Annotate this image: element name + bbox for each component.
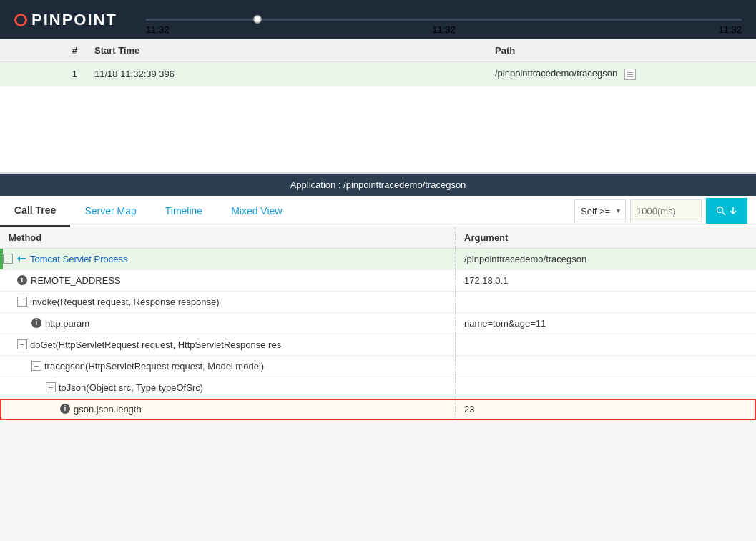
data-table: # Start Time Path 1 11/18 11:32:39 396 /… (0, 39, 756, 172)
tree-row: i REMOTE_ADDRESS 172.18.0.1 (0, 270, 756, 292)
table-empty-row (0, 86, 756, 172)
filter-group: Self >= (574, 198, 756, 224)
tab-timeline[interactable]: Timeline (151, 196, 217, 227)
tree-row: − doGet(HttpServletRequest request, Http… (0, 334, 756, 356)
timeline-labels: 11:32 11:32 11:32 (146, 24, 742, 35)
tree-cell-arg: 23 (456, 399, 756, 420)
filter-select[interactable]: Self >= (574, 199, 626, 222)
tab-timeline-label: Timeline (165, 205, 202, 217)
table-row[interactable]: 1 11/18 11:32:39 396 /pinpointtracedemo/… (0, 62, 756, 86)
tree-cell-arg: /pinpointtracedemo/tracegson (456, 249, 756, 269)
tree-cell-arg: 172.18.0.1 (456, 270, 756, 291)
arg-text: name=tom&age=11 (464, 318, 546, 329)
row-path: /pinpointtracedemo/tracegson (486, 62, 756, 86)
tab-call-tree[interactable]: Call Tree (0, 196, 70, 227)
tab-mixed-view[interactable]: Mixed View (217, 196, 296, 227)
expand-icon[interactable]: − (31, 361, 41, 371)
col-path-header: Path (486, 39, 756, 62)
table-header-row: # Start Time Path (0, 39, 756, 62)
tree-header: Method Argument (0, 227, 756, 249)
svg-point-0 (717, 207, 723, 213)
expand-icon[interactable]: − (3, 254, 13, 264)
method-text: doGet(HttpServletRequest request, HttpSe… (30, 339, 281, 350)
arg-text: 172.18.0.1 (464, 275, 508, 286)
logo-circle (14, 14, 27, 26)
tree-cell-arg (456, 377, 756, 398)
expand-icon[interactable]: − (46, 382, 56, 392)
method-text: gson.json.length (74, 404, 142, 415)
tree-row: − tracegson(HttpServletRequest request, … (0, 356, 756, 377)
timeline-bar: 11:32 11:32 11:32 (146, 19, 742, 21)
method-text: Tomcat Servlet Process (30, 254, 128, 264)
tree-row: − invoke(Request request, Response respo… (0, 292, 756, 313)
logo-text: PINPOINT (31, 11, 117, 29)
timeline-label-right: 11:32 (718, 24, 742, 35)
search-icon (716, 206, 726, 216)
tree-row: − toJson(Object src, Type typeOfSrc) (0, 377, 756, 399)
tree-cell-method: i http.param (3, 313, 456, 334)
table-section: # Start Time Path 1 11/18 11:32:39 396 /… (0, 39, 756, 174)
app-header: Application : /pinpointtracedemo/tracegs… (0, 174, 756, 196)
row-num: 1 (0, 62, 86, 86)
info-icon: i (60, 404, 70, 414)
tree-col-arg-header: Argument (456, 227, 756, 248)
tree-cell-method: − tracegson(HttpServletRequest request, … (3, 356, 456, 377)
filter-search-button[interactable] (706, 198, 747, 224)
tree-row: i http.param name=tom&age=11 (0, 313, 756, 334)
app-header-label: Application : /pinpointtracedemo/tracegs… (290, 179, 466, 190)
info-icon: i (17, 275, 27, 285)
timeline-handle[interactable] (253, 15, 262, 24)
arrow-icon (16, 253, 27, 264)
method-text: tracegson(HttpServletRequest request, Mo… (44, 361, 264, 372)
filter-input[interactable] (630, 199, 702, 222)
method-text: REMOTE_ADDRESS (31, 275, 121, 286)
filter-select-wrap: Self >= (574, 199, 626, 222)
tree-cell-method: − Tomcat Servlet Process (3, 249, 456, 269)
svg-line-1 (722, 212, 725, 215)
tree-row-highlighted: i gson.json.length 23 (0, 399, 756, 420)
tab-mixed-view-label: Mixed View (231, 205, 282, 217)
col-time-header: Start Time (86, 39, 486, 62)
info-icon: i (31, 318, 41, 328)
top-nav: PINPOINT 11:32 11:32 11:32 (0, 0, 756, 39)
doc-icon[interactable] (624, 69, 636, 80)
method-text: invoke(Request request, Response respons… (30, 297, 219, 307)
tab-server-map[interactable]: Server Map (70, 196, 150, 227)
tree-cell-arg (456, 334, 756, 355)
method-text: http.param (45, 318, 89, 329)
col-num-header: # (0, 39, 86, 62)
timeline-track[interactable] (146, 19, 742, 21)
tree-cell-method: − doGet(HttpServletRequest request, Http… (3, 334, 456, 355)
row-start-time: 11/18 11:32:39 396 (86, 62, 486, 86)
arg-text: /pinpointtracedemo/tracegson (464, 254, 586, 264)
tab-server-map-label: Server Map (84, 205, 136, 217)
tree-cell-arg (456, 292, 756, 312)
tab-call-tree-label: Call Tree (14, 204, 56, 216)
tab-bar: Call Tree Server Map Timeline Mixed View… (0, 196, 756, 227)
logo: PINPOINT (14, 11, 117, 29)
path-text: /pinpointtracedemo/tracegson (495, 68, 617, 79)
expand-icon[interactable]: − (17, 339, 27, 349)
tree-cell-method: − invoke(Request request, Response respo… (3, 292, 456, 312)
tree-cell-arg: name=tom&age=11 (456, 313, 756, 334)
tree-col-method-header: Method (0, 227, 456, 248)
call-tree-section: Method Argument − Tomcat Servlet Process… (0, 227, 756, 420)
tree-row: − Tomcat Servlet Process /pinpointtraced… (0, 249, 756, 270)
timeline-label-center: 11:32 (432, 24, 456, 35)
method-text: toJson(Object src, Type typeOfSrc) (59, 382, 203, 393)
download-icon (729, 207, 737, 215)
arg-text: 23 (464, 404, 474, 415)
tree-cell-arg (456, 356, 756, 377)
tree-cell-method: i gson.json.length (3, 399, 456, 420)
expand-icon[interactable]: − (17, 297, 27, 307)
tree-cell-method: i REMOTE_ADDRESS (3, 270, 456, 291)
timeline-label-left: 11:32 (146, 24, 170, 35)
tree-cell-method: − toJson(Object src, Type typeOfSrc) (3, 377, 456, 398)
